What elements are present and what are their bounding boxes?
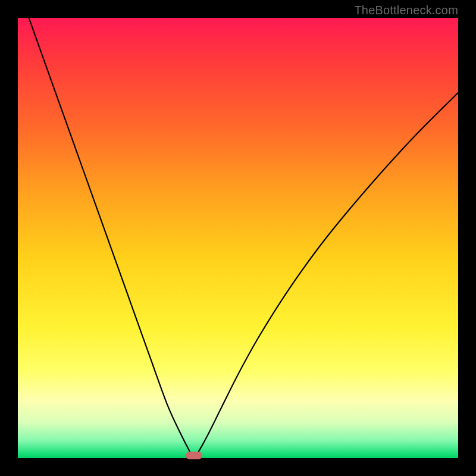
plot-area (18, 18, 458, 458)
watermark-text: TheBottleneck.com (354, 4, 458, 17)
minimum-marker (186, 452, 202, 459)
bottleneck-curve (18, 18, 458, 458)
chart-frame: TheBottleneck.com (0, 0, 476, 476)
